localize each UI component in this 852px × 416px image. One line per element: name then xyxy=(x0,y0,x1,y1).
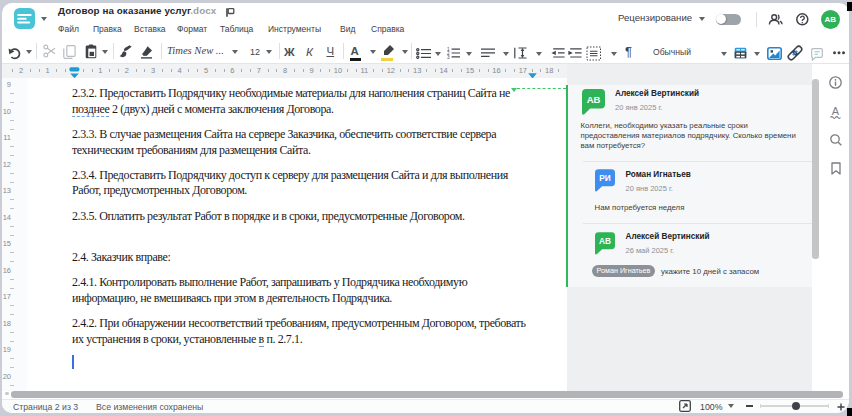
svg-text:А: А xyxy=(832,105,840,117)
svg-text:3: 3 xyxy=(447,55,450,60)
svg-text:АВ: АВ xyxy=(587,94,601,105)
svg-text:АВ: АВ xyxy=(599,237,611,246)
svg-text:РИ: РИ xyxy=(599,174,611,183)
